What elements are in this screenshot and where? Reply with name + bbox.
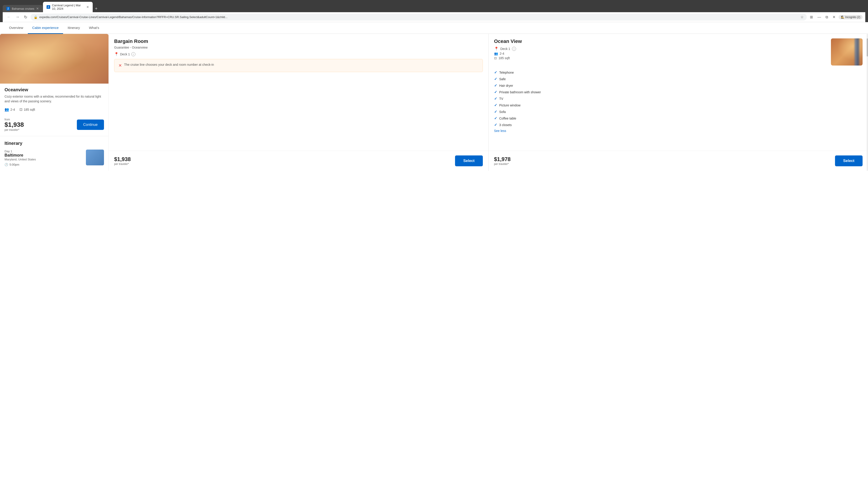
bargain-room-header: Bargain Room Guarantee - Oceanview 📍 Dec… xyxy=(109,34,488,59)
maximize-button[interactable]: ⧉ xyxy=(824,14,829,20)
day-city: Baltimore xyxy=(4,153,82,158)
middle-panel: Bargain Room Guarantee - Oceanview 📍 Dec… xyxy=(108,34,489,171)
itinerary-section: Itinerary Day 1 Baltimore Maryland, Unit… xyxy=(0,136,108,171)
scrollbar-thumb[interactable] xyxy=(867,38,868,57)
extensions-button[interactable]: ⊞ xyxy=(809,14,814,20)
check-icon-1: ✓ xyxy=(494,70,497,74)
back-button[interactable]: ← xyxy=(5,14,12,20)
info-icon-right[interactable]: i xyxy=(512,47,516,51)
ocean-view-select-button[interactable]: Select xyxy=(835,156,863,166)
bargain-select-button[interactable]: Select xyxy=(455,156,483,166)
day-state: Maryland, United States xyxy=(4,158,82,161)
people-icon-right: 👥 xyxy=(494,52,498,55)
location-icon: 📍 xyxy=(114,52,119,56)
see-less-link[interactable]: See less xyxy=(494,128,506,133)
tab-whats[interactable]: What's xyxy=(84,22,103,34)
browser-tab-2[interactable]: Z Carnival Legend | Mar 10, 2024 ✕ xyxy=(43,2,93,12)
tab-close-1[interactable]: ✕ xyxy=(36,7,39,10)
ocean-per-traveler: per traveler* xyxy=(494,162,510,166)
bargain-price-block: $1,938 per traveler* xyxy=(114,156,131,166)
incognito-icon: 🕵 xyxy=(841,15,844,19)
price-row: from $1,938 per traveler* Continue xyxy=(0,115,108,136)
people-icon: 👥 xyxy=(4,107,9,111)
tab-label-2: Carnival Legend | Mar 10, 2024 xyxy=(52,4,85,10)
page-nav-tabs: Overview Cabin experience Itinerary What… xyxy=(0,22,868,34)
size-value: 185 sqft xyxy=(24,108,35,111)
bargain-price-amount: $1,938 xyxy=(114,156,131,162)
size-meta: ⊡ 185 sqft xyxy=(20,107,35,111)
middle-spacer xyxy=(109,76,488,151)
browser-tab-1[interactable]: Z Bahamas cruises ✕ xyxy=(3,5,42,12)
main-content: Oceanview Cozy exterior rooms with a win… xyxy=(0,34,868,171)
amenity-sofa: ✓ Sofa xyxy=(494,108,863,115)
bargain-room-subtitle: Guarantee - Oceanview xyxy=(114,46,483,49)
time-value: 5:00pm xyxy=(9,163,19,166)
room-image xyxy=(0,34,108,84)
ocean-price-amount: $1,978 xyxy=(494,156,510,162)
info-icon[interactable]: i xyxy=(131,52,135,56)
tab-itinerary[interactable]: Itinerary xyxy=(63,22,84,34)
tab-label-1: Bahamas cruises xyxy=(12,7,34,10)
bargain-room-title: Bargain Room xyxy=(114,38,483,44)
ocean-size-detail: ⊡ 185 sqft xyxy=(494,56,829,60)
bargain-deck-label: Deck 1 xyxy=(120,53,130,56)
amenity-closets: ✓ 3 closets xyxy=(494,122,863,128)
ocean-capacity: 2-4 xyxy=(500,52,504,55)
amenity-tv: ✓ TV xyxy=(494,95,863,102)
browser-toolbar: ← → ↻ 🔒 expedia.com/Cruises/Carnival-Cru… xyxy=(3,12,865,22)
clock-icon: 🕐 xyxy=(4,163,8,166)
url-text: expedia.com/Cruises/Carnival-Cruise-Line… xyxy=(39,15,799,19)
browser-chrome: Z Bahamas cruises ✕ Z Carnival Legend | … xyxy=(0,0,868,22)
close-button[interactable]: ✕ xyxy=(831,14,837,20)
new-tab-button[interactable]: + xyxy=(93,5,99,12)
ocean-view-price-footer: $1,978 per traveler* Select xyxy=(489,151,868,171)
incognito-badge: 🕵 Incognito (2) xyxy=(839,15,863,20)
from-label: from xyxy=(4,118,24,121)
tab-favicon-1: Z xyxy=(6,7,10,10)
ocean-deck-detail: 📍 Deck 1 i xyxy=(494,46,829,51)
day-label: Day 1 xyxy=(4,150,82,153)
price-amount: $1,938 xyxy=(4,121,24,128)
warning-text: The cruise line chooses your deck and ro… xyxy=(124,62,214,67)
tab-close-2[interactable]: ✕ xyxy=(86,5,89,9)
check-icon-8: ✓ xyxy=(494,116,497,121)
room-card: Oceanview Cozy exterior rooms with a win… xyxy=(0,34,108,136)
minimize-button[interactable]: — xyxy=(816,14,822,20)
x-icon: ✕ xyxy=(119,63,122,69)
page-wrapper: Overview Cabin experience Itinerary What… xyxy=(0,22,868,488)
toolbar-right: ⊞ — ⧉ ✕ 🕵 Incognito (2) xyxy=(809,14,863,20)
day-image xyxy=(86,150,104,165)
itinerary-title: Itinerary xyxy=(4,141,104,146)
capacity-meta: 👥 2-4 xyxy=(4,107,15,111)
location-icon-right: 📍 xyxy=(494,46,499,51)
room-thumbnail xyxy=(831,38,863,66)
check-icon-2: ✓ xyxy=(494,77,497,81)
incognito-label: Incognito (2) xyxy=(845,15,860,19)
amenity-safe: ✓ Safe xyxy=(494,76,863,82)
amenity-hairdryer: ✓ Hair dryer xyxy=(494,82,863,89)
ocean-view-info: Ocean View 📍 Deck 1 i 👥 2-4 ⊡ xyxy=(494,38,831,60)
reload-button[interactable]: ↻ xyxy=(23,14,29,21)
amenity-coffee: ✓ Coffee table xyxy=(494,115,863,122)
url-bar[interactable]: 🔒 expedia.com/Cruises/Carnival-Cruise-Li… xyxy=(31,13,807,21)
per-traveler: per traveler* xyxy=(4,128,24,131)
room-image-inner xyxy=(0,34,108,84)
capacity-value: 2-4 xyxy=(10,108,15,111)
day-time: 🕐 5:00pm xyxy=(4,163,82,166)
amenity-bathroom: ✓ Private bathroom with shower xyxy=(494,89,863,95)
tab-overview[interactable]: Overview xyxy=(4,22,28,34)
day-info: Day 1 Baltimore Maryland, United States … xyxy=(4,150,82,166)
tab-cabin[interactable]: Cabin experience xyxy=(28,22,63,34)
check-icon-3: ✓ xyxy=(494,84,497,88)
lock-icon: 🔒 xyxy=(34,15,37,19)
room-description: Cozy exterior rooms with a window, recom… xyxy=(0,94,108,107)
forward-button[interactable]: → xyxy=(14,14,21,20)
check-icon-4: ✓ xyxy=(494,90,497,94)
amenity-window: ✓ Picture window xyxy=(494,102,863,108)
size-icon: ⊡ xyxy=(20,107,22,111)
check-icon-6: ✓ xyxy=(494,103,497,107)
price-block: from $1,938 per traveler* xyxy=(4,118,24,131)
continue-button[interactable]: Continue xyxy=(77,120,104,130)
day-card: Day 1 Baltimore Maryland, United States … xyxy=(4,150,104,166)
bookmark-icon[interactable]: ☆ xyxy=(800,15,804,19)
